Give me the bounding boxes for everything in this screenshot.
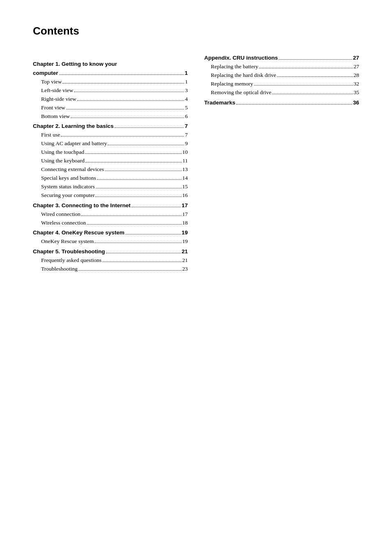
- chapter-1-block: Chapter 1. Getting to know your computer…: [33, 60, 188, 120]
- toc-entry-top-view: Top view 1: [33, 78, 188, 86]
- chapter-5-block: Chapter 5. Troubleshooting 21 Frequently…: [33, 248, 188, 273]
- dots: [115, 127, 184, 128]
- toc-entry-special-keys: Special keys and buttons 14: [33, 174, 188, 183]
- page-title: Contents: [33, 25, 359, 37]
- page-wrapper: Contents Chapter 1. Getting to know your…: [33, 25, 359, 556]
- toc-entry-remove-optical: Removing the optical drive 35: [204, 88, 359, 97]
- dots: [78, 270, 182, 271]
- dots: [66, 109, 184, 109]
- dots: [95, 243, 181, 243]
- dots: [81, 215, 182, 216]
- dots: [77, 100, 184, 101]
- dots: [102, 262, 182, 262]
- dots: [125, 234, 181, 234]
- toc-entry-bottom-view: Bottom view 6: [33, 112, 188, 121]
- dots: [108, 145, 184, 145]
- dots: [85, 153, 182, 154]
- toc-entry-replace-hdd: Replacing the hard disk drive 28: [204, 71, 359, 80]
- dots: [71, 118, 184, 118]
- toc-entry-keyboard: Using the keyboard 11: [33, 157, 188, 165]
- chapter-2-entry: Chapter 2. Learning the basics 7: [33, 122, 188, 131]
- toc-entry-first-use: First use 7: [33, 131, 188, 139]
- dots: [87, 224, 181, 225]
- toc-entry-replace-memory: Replacing memory 32: [204, 80, 359, 88]
- appendix-entry: Appendix. CRU instructions 27: [204, 54, 359, 63]
- chapter-1-heading: Chapter 1. Getting to know your: [33, 60, 188, 68]
- toc-entry-right-view: Right-side view 4: [33, 95, 188, 104]
- dots: [236, 104, 352, 104]
- dots: [279, 59, 352, 60]
- dots: [85, 162, 182, 162]
- dots: [254, 85, 353, 86]
- dots: [62, 83, 184, 83]
- toc-entry-left-view: Left-side view 3: [33, 86, 188, 95]
- dots: [105, 171, 182, 171]
- chapter-2-block: Chapter 2. Learning the basics 7 First u…: [33, 122, 188, 199]
- chapter-3-entry: Chapter 3. Connecting to the Internet 17: [33, 202, 188, 210]
- trademarks-block: Trademarks 36: [204, 99, 359, 107]
- dots: [272, 94, 353, 94]
- toc-container: Chapter 1. Getting to know your computer…: [33, 54, 359, 275]
- appendix-block: Appendix. CRU instructions 27 Replacing …: [204, 54, 359, 97]
- chapter-4-entry: Chapter 4. OneKey Rescue system 19: [33, 229, 188, 237]
- dots: [74, 92, 184, 92]
- dots: [59, 74, 184, 75]
- toc-entry-external-devices: Connecting external devices 13: [33, 165, 188, 174]
- dots: [61, 136, 184, 137]
- dots: [106, 253, 181, 253]
- toc-entry-wireless: Wireless connection 18: [33, 219, 188, 227]
- dots: [131, 207, 181, 207]
- toc-entry-troubleshooting: Troubleshooting 23: [33, 265, 188, 273]
- chapter-3-block: Chapter 3. Connecting to the Internet 17…: [33, 202, 188, 227]
- chapter-5-entry: Chapter 5. Troubleshooting 21: [33, 248, 188, 256]
- dots: [95, 197, 181, 197]
- toc-entry-replace-battery: Replacing the battery 27: [204, 63, 359, 71]
- dots: [96, 188, 182, 188]
- trademarks-entry: Trademarks 36: [204, 99, 359, 107]
- dots: [277, 76, 353, 77]
- toc-entry-front-view: Front view 5: [33, 104, 188, 112]
- toc-entry-wired: Wired connection 17: [33, 210, 188, 219]
- chapter-1-entry: computer 1: [33, 69, 188, 78]
- dots: [97, 179, 182, 180]
- toc-entry-touchpad: Using the touchpad 10: [33, 148, 188, 157]
- toc-entry-securing: Securing your computer 16: [33, 191, 188, 200]
- toc-entry-status-indicators: System status indicators 15: [33, 183, 188, 191]
- toc-entry-onekey: OneKey Rescue system 19: [33, 237, 188, 246]
- toc-left: Chapter 1. Getting to know your computer…: [33, 54, 188, 275]
- dots: [259, 68, 353, 68]
- toc-right: Appendix. CRU instructions 27 Replacing …: [204, 54, 359, 109]
- chapter-4-block: Chapter 4. OneKey Rescue system 19 OneKe…: [33, 229, 188, 246]
- toc-entry-ac-adapter: Using AC adapter and battery 9: [33, 139, 188, 148]
- toc-entry-faq: Frequently asked questions 21: [33, 256, 188, 265]
